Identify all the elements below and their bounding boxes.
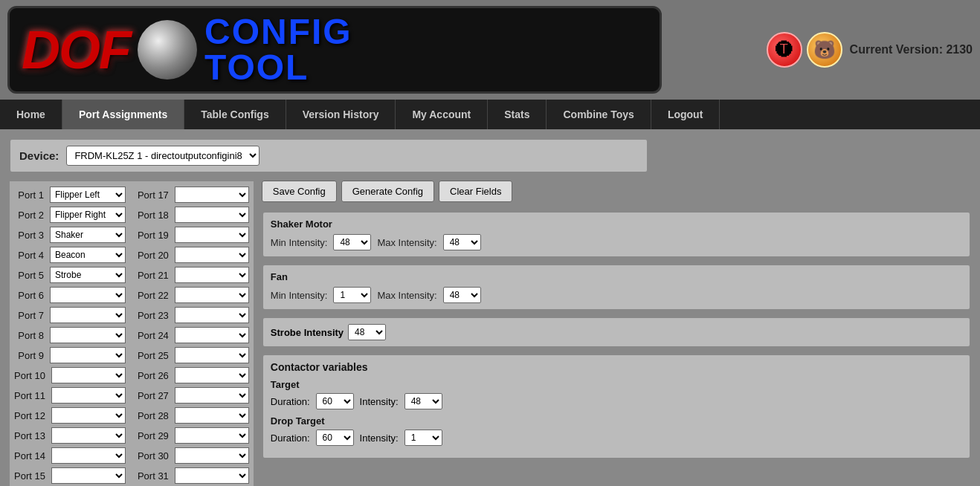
strobe-section: Strobe Intensity 12481624324864809612816… <box>262 317 971 348</box>
clear-fields-button[interactable]: Clear Fields <box>439 181 512 202</box>
red-icon: 🅣 <box>776 39 793 60</box>
icon-badge-red: 🅣 <box>767 32 802 68</box>
device-row: Device: FRDM-KL25Z 1 - directoutputconfi… <box>9 138 648 173</box>
fan-max-select[interactable]: 124816243248648096128160192224255 <box>443 287 481 303</box>
target-intensity-select[interactable]: 124816243248648096128160192224255 <box>404 393 442 409</box>
port-select-right-27[interactable]: Flipper LeftFlipper RightShakerBeaconStr… <box>175 387 249 404</box>
nav-version-history[interactable]: Version History <box>286 100 396 129</box>
port-label-right-22: Port 22 <box>138 290 172 301</box>
port-select-left-1[interactable]: Flipper LeftFlipper RightShakerBeaconStr… <box>50 187 126 203</box>
orange-icon: 🐻 <box>813 39 836 60</box>
port-select-right-24[interactable]: Flipper LeftFlipper RightShakerBeaconStr… <box>175 327 249 343</box>
drop-target-duration-select[interactable]: 102030405060708090100120150200 <box>316 430 354 446</box>
port-label-left-4: Port 4 <box>14 250 47 261</box>
port-select-right-29[interactable]: Flipper LeftFlipper RightShakerBeaconStr… <box>175 427 249 444</box>
nav-home[interactable]: Home <box>0 100 62 129</box>
port-select-right-31[interactable]: Flipper LeftFlipper RightShakerBeaconStr… <box>175 467 249 484</box>
logo-config-container: CONFIG TOOL <box>204 14 352 85</box>
port-label-right-25: Port 25 <box>138 350 172 361</box>
port-select-left-14[interactable]: Flipper LeftFlipper RightShakerBeaconStr… <box>51 447 126 464</box>
ports-section: Port 1 Flipper LeftFlipper RightShakerBe… <box>9 181 254 486</box>
port-label-left-8: Port 8 <box>14 330 47 341</box>
port-select-right-19[interactable]: Flipper LeftFlipper RightShakerBeaconStr… <box>175 227 249 243</box>
shaker-max-select[interactable]: 124816243248648096128160192224255 <box>443 234 481 250</box>
port-select-right-20[interactable]: Flipper LeftFlipper RightShakerBeaconStr… <box>175 247 249 263</box>
port-select-right-30[interactable]: Flipper LeftFlipper RightShakerBeaconStr… <box>175 447 249 464</box>
port-label-right-17: Port 17 <box>138 189 172 201</box>
device-select[interactable]: FRDM-KL25Z 1 - directoutputconfigini8 <box>66 146 259 166</box>
nav-logout[interactable]: Logout <box>651 100 720 129</box>
port-select-left-13[interactable]: Flipper LeftFlipper RightShakerBeaconStr… <box>51 427 126 444</box>
port-select-right-21[interactable]: Flipper LeftFlipper RightShakerBeaconStr… <box>175 267 249 283</box>
port-select-left-2[interactable]: Flipper LeftFlipper RightShakerBeaconStr… <box>50 207 126 223</box>
port-row-right-27: Port 27 Flipper LeftFlipper RightShakerB… <box>138 386 249 404</box>
fan-row: Min Intensity: 1248162432486480961281601… <box>271 287 962 303</box>
port-select-right-18[interactable]: Flipper LeftFlipper RightShakerBeaconStr… <box>175 207 249 223</box>
port-select-left-6[interactable]: Flipper LeftFlipper RightShakerBeaconStr… <box>50 287 126 303</box>
icon-badge-orange: 🐻 <box>807 32 842 68</box>
port-select-right-28[interactable]: Flipper LeftFlipper RightShakerBeaconStr… <box>175 407 249 424</box>
port-label-right-19: Port 19 <box>138 230 172 241</box>
drop-target-intensity-label: Intensity: <box>360 432 399 444</box>
port-select-right-26[interactable]: Flipper LeftFlipper RightShakerBeaconStr… <box>175 367 249 383</box>
nav-table-configs[interactable]: Table Configs <box>184 100 286 129</box>
port-select-left-3[interactable]: Flipper LeftFlipper RightShakerBeaconStr… <box>50 227 126 243</box>
main-content: Device: FRDM-KL25Z 1 - directoutputconfi… <box>0 129 980 486</box>
port-row-left-11: Port 11 Flipper LeftFlipper RightShakerB… <box>14 386 126 404</box>
port-select-left-7[interactable]: Flipper LeftFlipper RightShakerBeaconStr… <box>50 307 126 323</box>
device-label: Device: <box>19 149 59 162</box>
port-label-left-7: Port 7 <box>14 310 47 321</box>
port-row-left-1: Port 1 Flipper LeftFlipper RightShakerBe… <box>14 186 126 204</box>
config-panel: Save Config Generate Config Clear Fields… <box>262 181 971 486</box>
fan-min-select[interactable]: 124816243248648096128160192224255 <box>333 287 371 303</box>
port-row-right-29: Port 29 Flipper LeftFlipper RightShakerB… <box>138 427 249 444</box>
nav-port-assignments[interactable]: Port Assignments <box>62 100 184 129</box>
nav-stats[interactable]: Stats <box>488 100 547 129</box>
port-select-left-10[interactable]: Flipper LeftFlipper RightShakerBeaconStr… <box>51 367 126 383</box>
port-row-left-4: Port 4 Flipper LeftFlipper RightShakerBe… <box>14 246 126 264</box>
port-select-left-11[interactable]: Flipper LeftFlipper RightShakerBeaconStr… <box>51 387 126 404</box>
logo-config-text: CONFIG <box>204 14 352 50</box>
nav-combine-toys[interactable]: Combine Toys <box>547 100 651 129</box>
port-row-right-22: Port 22 Flipper LeftFlipper RightShakerB… <box>138 286 249 304</box>
fan-title: Fan <box>271 271 962 282</box>
fan-max-label: Max Intensity: <box>377 290 436 301</box>
port-select-right-25[interactable]: Flipper LeftFlipper RightShakerBeaconStr… <box>175 347 249 363</box>
port-select-left-5[interactable]: Flipper LeftFlipper RightShakerBeaconStr… <box>50 267 126 283</box>
port-row-left-3: Port 3 Flipper LeftFlipper RightShakerBe… <box>14 226 126 244</box>
save-config-button[interactable]: Save Config <box>262 181 337 202</box>
contactor-target-group: Target Duration: 10203040506070809010012… <box>271 379 962 409</box>
port-select-right-17[interactable]: Flipper LeftFlipper RightShakerBeaconStr… <box>175 187 249 203</box>
port-select-right-22[interactable]: Flipper LeftFlipper RightShakerBeaconStr… <box>175 287 249 303</box>
port-row-right-24: Port 24 Flipper LeftFlipper RightShakerB… <box>138 326 249 344</box>
strobe-select[interactable]: 124816243248648096128160192224255 <box>348 324 386 340</box>
port-select-left-12[interactable]: Flipper LeftFlipper RightShakerBeaconStr… <box>51 407 126 424</box>
port-row-left-6: Port 6 Flipper LeftFlipper RightShakerBe… <box>14 286 126 304</box>
port-select-left-9[interactable]: Flipper LeftFlipper RightShakerBeaconStr… <box>50 347 126 363</box>
port-select-left-15[interactable]: Flipper LeftFlipper RightShakerBeaconStr… <box>51 467 126 484</box>
logo-tool-text: TOOL <box>204 50 309 85</box>
nav-my-account[interactable]: My Account <box>396 100 488 129</box>
port-select-left-4[interactable]: Flipper LeftFlipper RightShakerBeaconStr… <box>50 247 126 263</box>
port-row-left-13: Port 13 Flipper LeftFlipper RightShakerB… <box>14 427 126 444</box>
port-label-left-15: Port 15 <box>14 470 48 482</box>
shaker-min-select[interactable]: 124816243248648096128160192224255 <box>333 234 371 250</box>
port-select-right-23[interactable]: Flipper LeftFlipper RightShakerBeaconStr… <box>175 307 249 323</box>
target-duration-select[interactable]: 102030405060708090100120150200 <box>316 393 354 409</box>
version-text: Current Version: 2130 <box>850 43 973 56</box>
contactor-title: Contactor variables <box>271 361 962 373</box>
port-label-left-11: Port 11 <box>14 390 48 401</box>
port-row-right-17: Port 17 Flipper LeftFlipper RightShakerB… <box>138 186 249 204</box>
port-row-right-19: Port 19 Flipper LeftFlipper RightShakerB… <box>138 226 249 244</box>
port-select-left-8[interactable]: Flipper LeftFlipper RightShakerBeaconStr… <box>50 327 126 343</box>
port-label-left-9: Port 9 <box>14 350 47 361</box>
port-row-left-5: Port 5 Flipper LeftFlipper RightShakerBe… <box>14 266 126 284</box>
shaker-motor-row: Min Intensity: 1248162432486480961281601… <box>271 234 962 250</box>
port-label-right-23: Port 23 <box>138 310 172 321</box>
drop-target-intensity-select[interactable]: 124816243248648096128160192224255 <box>404 430 442 446</box>
contactor-drop-target-label: Drop Target <box>271 415 962 427</box>
port-label-left-5: Port 5 <box>14 270 47 281</box>
fan-min-label: Min Intensity: <box>271 290 328 301</box>
port-label-left-3: Port 3 <box>14 230 47 241</box>
generate-config-button[interactable]: Generate Config <box>341 181 434 202</box>
